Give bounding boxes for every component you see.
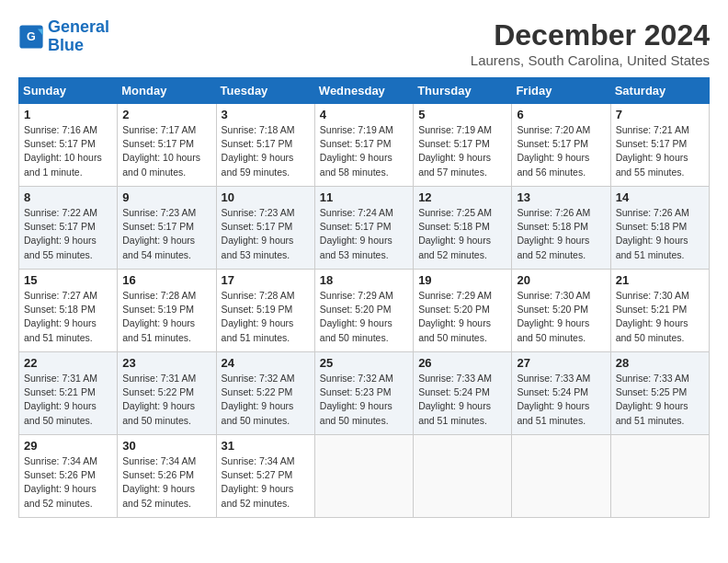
calendar-cell: 1Sunrise: 7:16 AMSunset: 5:17 PMDaylight… — [19, 104, 118, 187]
day-number: 13 — [517, 190, 605, 204]
day-info: Sunrise: 7:31 AMSunset: 5:21 PMDaylight:… — [24, 372, 112, 428]
calendar-cell: 8Sunrise: 7:22 AMSunset: 5:17 PMDaylight… — [19, 187, 118, 270]
calendar-body: 1Sunrise: 7:16 AMSunset: 5:17 PMDaylight… — [19, 104, 710, 518]
day-number: 21 — [616, 273, 704, 287]
header-cell-friday: Friday — [512, 78, 610, 104]
day-info: Sunrise: 7:22 AMSunset: 5:17 PMDaylight:… — [24, 206, 112, 262]
calendar-cell: 25Sunrise: 7:32 AMSunset: 5:23 PMDayligh… — [314, 352, 413, 435]
day-number: 18 — [320, 273, 408, 287]
day-info: Sunrise: 7:29 AMSunset: 5:20 PMDaylight:… — [320, 289, 408, 345]
calendar-cell: 6Sunrise: 7:20 AMSunset: 5:17 PMDaylight… — [512, 104, 610, 187]
calendar-cell — [314, 435, 413, 518]
logo-icon: G — [18, 24, 44, 50]
day-number: 16 — [122, 273, 210, 287]
day-number: 14 — [616, 190, 704, 204]
day-info: Sunrise: 7:30 AMSunset: 5:21 PMDaylight:… — [616, 289, 704, 345]
day-number: 17 — [222, 273, 310, 287]
header-cell-saturday: Saturday — [610, 78, 709, 104]
title-block: December 2024 Laurens, South Carolina, U… — [471, 18, 710, 68]
day-number: 23 — [122, 356, 210, 370]
header-cell-sunday: Sunday — [19, 78, 118, 104]
logo: G General Blue — [18, 18, 109, 55]
day-info: Sunrise: 7:23 AMSunset: 5:17 PMDaylight:… — [222, 206, 310, 262]
day-info: Sunrise: 7:30 AMSunset: 5:20 PMDaylight:… — [517, 289, 605, 345]
calendar-cell: 24Sunrise: 7:32 AMSunset: 5:22 PMDayligh… — [216, 352, 314, 435]
day-number: 2 — [122, 108, 210, 121]
day-number: 9 — [122, 190, 210, 204]
day-number: 5 — [418, 108, 506, 121]
logo-text: General Blue — [48, 18, 109, 55]
calendar-table: SundayMondayTuesdayWednesdayThursdayFrid… — [18, 77, 710, 518]
calendar-cell: 17Sunrise: 7:28 AMSunset: 5:19 PMDayligh… — [216, 270, 314, 352]
logo-line2: Blue — [48, 36, 84, 54]
header-cell-wednesday: Wednesday — [314, 78, 413, 104]
day-info: Sunrise: 7:32 AMSunset: 5:23 PMDaylight:… — [320, 372, 408, 428]
page-header: G General Blue December 2024 Laurens, So… — [18, 18, 710, 68]
day-number: 10 — [222, 190, 310, 204]
day-info: Sunrise: 7:33 AMSunset: 5:25 PMDaylight:… — [616, 372, 704, 428]
calendar-week-1: 1Sunrise: 7:16 AMSunset: 5:17 PMDaylight… — [19, 104, 710, 187]
day-number: 22 — [24, 356, 112, 370]
calendar-week-4: 22Sunrise: 7:31 AMSunset: 5:21 PMDayligh… — [19, 352, 710, 435]
day-info: Sunrise: 7:24 AMSunset: 5:17 PMDaylight:… — [320, 206, 408, 262]
day-info: Sunrise: 7:25 AMSunset: 5:18 PMDaylight:… — [418, 206, 506, 262]
day-number: 30 — [122, 439, 210, 453]
header-row: SundayMondayTuesdayWednesdayThursdayFrid… — [19, 78, 710, 104]
day-info: Sunrise: 7:28 AMSunset: 5:19 PMDaylight:… — [122, 289, 210, 345]
calendar-cell: 29Sunrise: 7:34 AMSunset: 5:26 PMDayligh… — [19, 435, 118, 518]
day-number: 8 — [24, 190, 112, 204]
day-info: Sunrise: 7:26 AMSunset: 5:18 PMDaylight:… — [616, 206, 704, 262]
calendar-cell — [512, 435, 610, 518]
calendar-cell: 9Sunrise: 7:23 AMSunset: 5:17 PMDaylight… — [118, 187, 216, 270]
day-number: 4 — [320, 108, 408, 121]
header-cell-tuesday: Tuesday — [216, 78, 314, 104]
day-number: 27 — [517, 356, 605, 370]
day-number: 6 — [517, 108, 605, 121]
svg-text:G: G — [27, 30, 36, 43]
calendar-cell: 27Sunrise: 7:33 AMSunset: 5:24 PMDayligh… — [512, 352, 610, 435]
day-number: 29 — [24, 439, 112, 453]
calendar-cell: 5Sunrise: 7:19 AMSunset: 5:17 PMDaylight… — [414, 104, 512, 187]
day-number: 25 — [320, 356, 408, 370]
day-number: 19 — [418, 273, 506, 287]
day-number: 31 — [222, 439, 310, 453]
calendar-cell: 16Sunrise: 7:28 AMSunset: 5:19 PMDayligh… — [118, 270, 216, 352]
day-info: Sunrise: 7:16 AMSunset: 5:17 PMDaylight:… — [24, 123, 112, 179]
day-info: Sunrise: 7:32 AMSunset: 5:22 PMDaylight:… — [222, 372, 310, 428]
month-title: December 2024 — [471, 18, 710, 52]
calendar-cell: 12Sunrise: 7:25 AMSunset: 5:18 PMDayligh… — [414, 187, 512, 270]
calendar-cell: 18Sunrise: 7:29 AMSunset: 5:20 PMDayligh… — [314, 270, 413, 352]
calendar-cell: 26Sunrise: 7:33 AMSunset: 5:24 PMDayligh… — [414, 352, 512, 435]
calendar-cell: 10Sunrise: 7:23 AMSunset: 5:17 PMDayligh… — [216, 187, 314, 270]
day-info: Sunrise: 7:19 AMSunset: 5:17 PMDaylight:… — [320, 123, 408, 179]
calendar-cell: 23Sunrise: 7:31 AMSunset: 5:22 PMDayligh… — [118, 352, 216, 435]
calendar-cell: 21Sunrise: 7:30 AMSunset: 5:21 PMDayligh… — [610, 270, 709, 352]
day-info: Sunrise: 7:26 AMSunset: 5:18 PMDaylight:… — [517, 206, 605, 262]
calendar-week-2: 8Sunrise: 7:22 AMSunset: 5:17 PMDaylight… — [19, 187, 710, 270]
day-info: Sunrise: 7:34 AMSunset: 5:26 PMDaylight:… — [122, 454, 210, 511]
day-info: Sunrise: 7:27 AMSunset: 5:18 PMDaylight:… — [24, 289, 112, 345]
day-info: Sunrise: 7:20 AMSunset: 5:17 PMDaylight:… — [517, 123, 605, 179]
calendar-cell: 7Sunrise: 7:21 AMSunset: 5:17 PMDaylight… — [610, 104, 709, 187]
day-info: Sunrise: 7:23 AMSunset: 5:17 PMDaylight:… — [122, 206, 210, 262]
calendar-header: SundayMondayTuesdayWednesdayThursdayFrid… — [19, 78, 710, 104]
day-number: 3 — [222, 108, 310, 121]
day-number: 1 — [24, 108, 112, 121]
header-cell-monday: Monday — [118, 78, 216, 104]
day-info: Sunrise: 7:28 AMSunset: 5:19 PMDaylight:… — [222, 289, 310, 345]
calendar-cell: 15Sunrise: 7:27 AMSunset: 5:18 PMDayligh… — [19, 270, 118, 352]
day-info: Sunrise: 7:34 AMSunset: 5:26 PMDaylight:… — [24, 454, 112, 511]
day-number: 12 — [418, 190, 506, 204]
day-info: Sunrise: 7:34 AMSunset: 5:27 PMDaylight:… — [222, 454, 310, 511]
day-number: 15 — [24, 273, 112, 287]
day-number: 7 — [616, 108, 704, 121]
day-info: Sunrise: 7:29 AMSunset: 5:20 PMDaylight:… — [418, 289, 506, 345]
calendar-cell: 4Sunrise: 7:19 AMSunset: 5:17 PMDaylight… — [314, 104, 413, 187]
calendar-cell: 11Sunrise: 7:24 AMSunset: 5:17 PMDayligh… — [314, 187, 413, 270]
logo-line1: General — [48, 17, 109, 36]
day-info: Sunrise: 7:33 AMSunset: 5:24 PMDaylight:… — [418, 372, 506, 428]
calendar-cell — [414, 435, 512, 518]
location: Laurens, South Carolina, United States — [471, 52, 710, 68]
calendar-cell: 13Sunrise: 7:26 AMSunset: 5:18 PMDayligh… — [512, 187, 610, 270]
calendar-cell: 19Sunrise: 7:29 AMSunset: 5:20 PMDayligh… — [414, 270, 512, 352]
